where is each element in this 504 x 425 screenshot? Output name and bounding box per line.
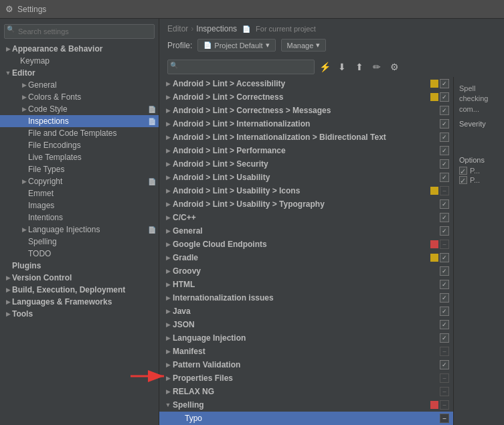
- sidebar-item-version-control[interactable]: ▶Version Control: [0, 272, 159, 284]
- insp-row[interactable]: ▼Spelling–: [159, 398, 453, 412]
- insp-row[interactable]: ▶Android > Lint > Usability > Typography…: [159, 197, 453, 211]
- desc-check-1[interactable]: ✓: [459, 167, 467, 175]
- insp-checkbox[interactable]: ✓: [440, 226, 449, 236]
- sidebar-item-build-execution[interactable]: ▶Build, Execution, Deployment: [0, 284, 159, 296]
- insp-row[interactable]: ▶Android > Lint > Accessibility✓: [159, 77, 453, 90]
- sidebar-item-plugins[interactable]: Plugins: [0, 260, 159, 272]
- insp-checkbox[interactable]: ✓: [440, 146, 449, 155]
- insp-checkbox[interactable]: ✓: [440, 119, 449, 129]
- insp-dash[interactable]: –: [440, 414, 449, 423]
- insp-dash[interactable]: –: [440, 240, 449, 249]
- insp-color-box: [430, 93, 438, 101]
- insp-checkbox[interactable]: ✓: [440, 307, 449, 316]
- expand-all-btn[interactable]: ⬇: [335, 60, 349, 74]
- sidebar-item-spelling[interactable]: Spelling: [0, 236, 159, 248]
- sidebar-item-intentions[interactable]: Intentions: [0, 211, 159, 224]
- insp-row[interactable]: ▶Properties Files–: [159, 371, 453, 385]
- desc-check-2[interactable]: ✓: [459, 176, 467, 184]
- insp-row[interactable]: ▶Language Injection✓: [159, 331, 453, 345]
- insp-checkbox[interactable]: ✓: [440, 199, 449, 209]
- sidebar-item-live-templates[interactable]: Live Templates: [0, 151, 159, 163]
- insp-row[interactable]: ▶Android > Lint > Performance✓: [159, 144, 453, 157]
- insp-row[interactable]: ▶C/C++✓: [159, 211, 453, 224]
- insp-checkbox[interactable]: ✓: [440, 159, 449, 169]
- insp-checkbox[interactable]: ✓: [440, 79, 449, 88]
- insp-dash[interactable]: –: [440, 387, 449, 396]
- profile-dropdown[interactable]: 📄 Project Default ▾: [197, 39, 275, 52]
- arrow-tools: ▶: [4, 311, 12, 317]
- sidebar-icon-right-code-style: 📄: [148, 106, 156, 113]
- insp-row[interactable]: ▶HTML✓: [159, 278, 453, 291]
- insp-row[interactable]: ▶JSON✓: [159, 318, 453, 331]
- sidebar-item-todo[interactable]: TODO: [0, 248, 159, 260]
- insp-label: Android > Lint > Usability > Typography: [173, 199, 430, 209]
- sidebar-item-tools[interactable]: ▶Tools: [0, 308, 159, 320]
- settings-btn[interactable]: ⚙: [387, 60, 402, 74]
- insp-arrow: ▶: [163, 254, 173, 261]
- sidebar-item-copyright[interactable]: ▶Copyright📄: [0, 175, 159, 187]
- insp-checkbox[interactable]: ✓: [440, 213, 449, 222]
- desc-opt1-label: P...: [470, 167, 480, 175]
- sidebar-label-appearance: Appearance & Behavior: [12, 44, 159, 54]
- insp-row[interactable]: ▶Android > Lint > Security✓: [159, 157, 453, 171]
- insp-row[interactable]: ▶Google Cloud Endpoints–: [159, 238, 453, 251]
- sidebar-item-code-style[interactable]: ▶Code Style📄: [0, 103, 159, 115]
- sidebar-label-file-encodings: File Encodings: [28, 141, 159, 150]
- insp-dash[interactable]: –: [440, 186, 449, 195]
- filter-input[interactable]: [167, 60, 315, 74]
- insp-dash[interactable]: –: [440, 373, 449, 383]
- insp-checkbox[interactable]: ✓: [440, 173, 449, 182]
- sidebar-item-images[interactable]: Images: [0, 199, 159, 211]
- insp-row[interactable]: ▶Android > Lint > Usability > Icons–: [159, 184, 453, 197]
- insp-row[interactable]: ▶RELAX NG–: [159, 385, 453, 398]
- insp-checkbox[interactable]: ✓: [440, 133, 449, 142]
- edit-btn[interactable]: ✏: [369, 60, 384, 74]
- insp-checkbox[interactable]: ✓: [440, 92, 449, 102]
- sidebar-item-editor[interactable]: ▼Editor: [0, 67, 159, 79]
- insp-row[interactable]: ▶Gradle✓: [159, 251, 453, 264]
- manage-button[interactable]: Manage ▾: [281, 39, 327, 52]
- insp-row[interactable]: ▶Android > Lint > Usability✓: [159, 171, 453, 184]
- sidebar-item-emmet[interactable]: Emmet: [0, 187, 159, 199]
- sidebar-label-build-execution: Build, Execution, Deployment: [12, 285, 159, 294]
- collapse-all-btn[interactable]: ⬆: [352, 60, 367, 74]
- insp-checkbox[interactable]: ✓: [440, 293, 449, 303]
- insp-row[interactable]: ▶Android > Lint > Correctness✓: [159, 90, 453, 104]
- insp-row[interactable]: ▶Android > Lint > Internationalization✓: [159, 117, 453, 131]
- sidebar-item-file-encodings[interactable]: File Encodings: [0, 139, 159, 151]
- insp-dash[interactable]: –: [440, 400, 449, 410]
- filter-icon-btn[interactable]: ⚡: [317, 60, 332, 74]
- sidebar-item-languages-frameworks[interactable]: ▶Languages & Frameworks: [0, 296, 159, 308]
- insp-row[interactable]: ▶Android > Lint > Internationalization >…: [159, 131, 453, 144]
- insp-checkbox[interactable]: ✓: [440, 253, 449, 262]
- insp-row[interactable]: ▶Java✓: [159, 305, 453, 318]
- insp-checkbox[interactable]: ✓: [440, 333, 449, 343]
- sidebar-item-file-types[interactable]: File Types: [0, 163, 159, 175]
- insp-checkbox[interactable]: ✓: [440, 280, 449, 289]
- insp-color-box: [430, 80, 438, 88]
- insp-checkbox[interactable]: ✓: [440, 360, 449, 369]
- insp-checkbox[interactable]: ✓: [440, 106, 449, 115]
- sidebar-item-general[interactable]: ▶General: [0, 79, 159, 91]
- sidebar-item-keymap[interactable]: Keymap: [0, 55, 159, 67]
- insp-checkbox[interactable]: ✓: [440, 266, 449, 276]
- insp-row[interactable]: ▶Manifest–: [159, 345, 453, 358]
- sidebar-label-inspections: Inspections: [28, 116, 148, 126]
- insp-row[interactable]: Typo–: [159, 412, 453, 425]
- insp-row[interactable]: ▶General✓: [159, 224, 453, 238]
- breadcrumb-sep: ›: [191, 24, 193, 33]
- sidebar-item-appearance[interactable]: ▶Appearance & Behavior: [0, 43, 159, 55]
- sidebar-search-input[interactable]: [4, 24, 155, 39]
- insp-row[interactable]: ▶Internationalization issues✓: [159, 291, 453, 305]
- insp-row[interactable]: ▶Groovy✓: [159, 264, 453, 278]
- sidebar-item-language-injections[interactable]: ▶Language Injections📄: [0, 224, 159, 236]
- insp-row[interactable]: ▶Android > Lint > Correctness > Messages…: [159, 104, 453, 117]
- sidebar-item-colors-fonts[interactable]: ▶Colors & Fonts: [0, 91, 159, 103]
- insp-checkbox[interactable]: ✓: [440, 320, 449, 329]
- insp-row[interactable]: ▶Pattern Validation✓: [159, 358, 453, 371]
- sidebar-item-file-code-templates[interactable]: File and Code Templates: [0, 127, 159, 139]
- sidebar-item-inspections[interactable]: Inspections📄: [0, 115, 159, 127]
- titlebar: ⚙ Settings: [0, 0, 504, 19]
- insp-dash[interactable]: –: [440, 347, 449, 356]
- sidebar-icon-right-inspections: 📄: [148, 118, 156, 125]
